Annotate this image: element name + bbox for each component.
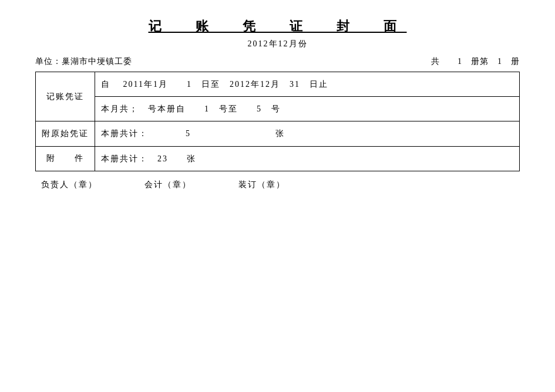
main-table: 记账凭证 自 2011年1月 1 日至 2012年12月 31 日止 本月共； … [35, 72, 520, 171]
sig3: 装订（章） [238, 180, 285, 190]
row1-label: 记账凭证 [36, 72, 95, 121]
row2-content: 本册共计： 5 张 [95, 121, 520, 146]
table-row-3: 附 件 本册共计： 23 张 [36, 146, 520, 171]
page-subtitle: 2012年12月份 [35, 39, 520, 49]
unit-row: 单位：巢湖市中埂镇工委 共 1 册第 1 册 [35, 56, 520, 67]
page-container: 记 账 凭 证 封 面 2012年12月份 单位：巢湖市中埂镇工委 共 1 册第… [0, 0, 555, 392]
row1-line2: 本月共； 号本册自 1 号至 5 号 [95, 97, 520, 121]
signature-row: 负责人（章） 会计（章） 装订（章） [35, 180, 520, 190]
table-row-1: 记账凭证 自 2011年1月 1 日至 2012年12月 31 日止 [36, 72, 520, 97]
sig1: 负责人（章） [41, 180, 97, 190]
table-row-1b: 本月共； 号本册自 1 号至 5 号 [36, 97, 520, 121]
row1-line1: 自 2011年1月 1 日至 2012年12月 31 日止 [95, 72, 520, 97]
sig2: 会计（章） [144, 180, 191, 190]
table-row-2: 附原始凭证 本册共计： 5 张 [36, 121, 520, 146]
unit-right: 共 1 册第 1 册 [431, 56, 520, 67]
row3-content: 本册共计： 23 张 [95, 146, 520, 171]
page-title: 记 账 凭 证 封 面 [35, 18, 520, 35]
row2-label: 附原始凭证 [36, 121, 95, 146]
unit-label: 单位：巢湖市中埂镇工委 [35, 56, 132, 67]
row3-label: 附 件 [36, 146, 95, 171]
